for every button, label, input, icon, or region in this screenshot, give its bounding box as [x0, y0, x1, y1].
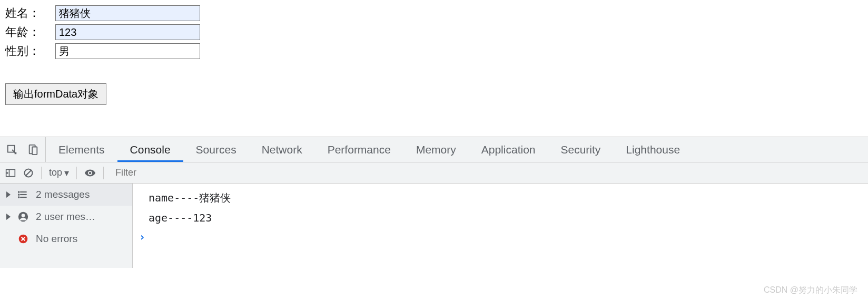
console-log-line: name----猪猪侠	[133, 188, 868, 208]
console-prompt[interactable]: ›	[133, 227, 868, 246]
expand-icon	[6, 191, 11, 198]
filter-input[interactable]	[111, 165, 863, 180]
console-body: 2 messages2 user mes…No errors name----猪…	[0, 184, 868, 268]
context-selector[interactable]: top ▾	[49, 167, 69, 179]
svg-point-14	[22, 214, 25, 217]
console-toolbar: top ▾	[0, 162, 868, 184]
sidebar-item-label: No errors	[36, 233, 77, 245]
console-output: name----猪猪侠age----123 ›	[133, 184, 868, 268]
console-sidebar: 2 messages2 user mes…No errors	[0, 184, 133, 268]
form-label: 年龄：	[5, 24, 55, 40]
devtools-tab-performance[interactable]: Performance	[315, 137, 403, 162]
form-row: 年龄：	[5, 24, 863, 40]
sidebar-item-label: 2 messages	[36, 189, 90, 200]
sidebar-item-label: 2 user mes…	[36, 211, 95, 223]
list-icon	[18, 189, 28, 200]
user-icon	[18, 211, 28, 222]
form-input[interactable]	[55, 24, 200, 40]
svg-point-12	[18, 197, 19, 198]
sidebar-item[interactable]: 2 user mes…	[0, 206, 132, 228]
devtools-tab-memory[interactable]: Memory	[403, 137, 469, 162]
web-page-content: 姓名：年龄：性别： 输出formData对象	[0, 0, 868, 110]
sidebar-item[interactable]: 2 messages	[0, 184, 132, 206]
svg-rect-2	[32, 147, 37, 155]
form-label: 性别：	[5, 43, 55, 59]
device-toggle-icon[interactable]	[27, 144, 39, 156]
form-input[interactable]	[55, 5, 200, 21]
form-area: 姓名：年龄：性别： 输出formData对象	[5, 5, 863, 105]
eye-icon[interactable]	[84, 167, 96, 179]
svg-line-6	[26, 170, 31, 176]
devtools-tab-network[interactable]: Network	[249, 137, 315, 162]
devtools-tab-bar: ElementsConsoleSourcesNetworkPerformance…	[0, 137, 868, 162]
error-icon	[18, 234, 28, 244]
sidebar-toggle-icon[interactable]	[5, 168, 16, 178]
form-row: 姓名：	[5, 5, 863, 21]
svg-point-10	[18, 191, 19, 192]
expand-icon	[6, 214, 11, 220]
form-row: 性别：	[5, 43, 863, 59]
clear-console-icon[interactable]	[23, 168, 34, 178]
chevron-down-icon: ▾	[64, 167, 69, 179]
devtools-tab-lighthouse[interactable]: Lighthouse	[613, 137, 693, 162]
devtools-panel: ElementsConsoleSourcesNetworkPerformance…	[0, 137, 868, 268]
form-label: 姓名：	[5, 5, 55, 21]
devtools-tab-console[interactable]: Console	[117, 137, 183, 162]
devtools-tab-application[interactable]: Application	[469, 137, 548, 162]
devtools-tab-security[interactable]: Security	[548, 137, 613, 162]
sidebar-item[interactable]: No errors	[0, 228, 132, 250]
svg-point-11	[18, 194, 19, 195]
console-log-line: age----123	[133, 208, 868, 227]
devtools-tab-elements[interactable]: Elements	[46, 137, 117, 162]
submit-button[interactable]: 输出formData对象	[5, 83, 106, 105]
devtools-icon-group	[0, 137, 46, 162]
devtools-tab-sources[interactable]: Sources	[183, 137, 249, 162]
form-input[interactable]	[55, 43, 200, 59]
inspect-icon[interactable]	[6, 144, 18, 156]
